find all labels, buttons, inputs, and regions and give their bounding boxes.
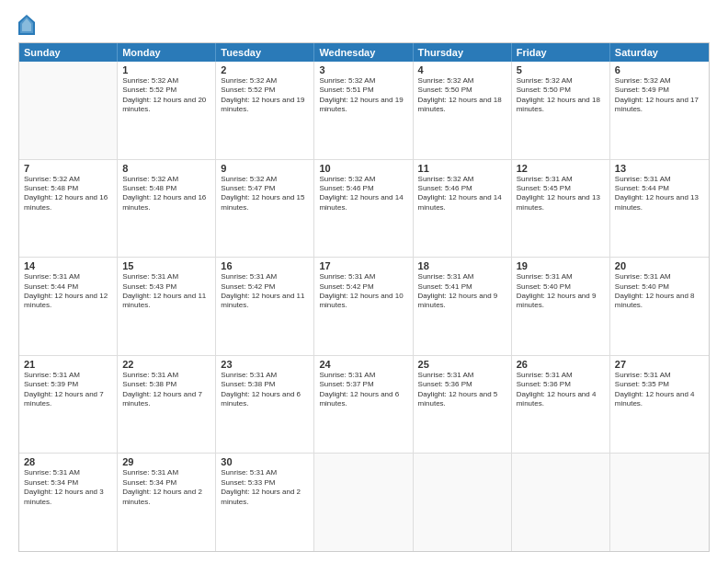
- day-cell-17: 17Sunrise: 5:31 AM Sunset: 5:42 PM Dayli…: [314, 258, 413, 355]
- day-number: 27: [615, 359, 704, 370]
- cell-info: Sunrise: 5:32 AM Sunset: 5:46 PM Dayligh…: [319, 175, 407, 213]
- day-number: 15: [122, 260, 210, 271]
- cell-info: Sunrise: 5:32 AM Sunset: 5:52 PM Dayligh…: [221, 76, 309, 115]
- day-number: 28: [24, 456, 112, 467]
- weekday-header-sunday: Sunday: [19, 43, 118, 62]
- cell-info: Sunrise: 5:31 AM Sunset: 5:39 PM Dayligh…: [24, 371, 112, 409]
- day-cell-22: 22Sunrise: 5:31 AM Sunset: 5:38 PM Dayli…: [118, 356, 216, 454]
- day-cell-14: 14Sunrise: 5:31 AM Sunset: 5:44 PM Dayli…: [19, 258, 118, 355]
- day-number: 20: [615, 260, 704, 271]
- day-number: 11: [418, 163, 506, 174]
- day-number: 25: [418, 359, 506, 370]
- cell-info: Sunrise: 5:31 AM Sunset: 5:42 PM Dayligh…: [319, 272, 407, 311]
- day-number: 23: [221, 359, 309, 370]
- logo-icon: [18, 15, 35, 35]
- day-number: 30: [221, 456, 309, 467]
- calendar-row-4: 21Sunrise: 5:31 AM Sunset: 5:39 PM Dayli…: [19, 356, 709, 454]
- cell-info: Sunrise: 5:32 AM Sunset: 5:48 PM Dayligh…: [24, 175, 112, 213]
- day-number: 12: [517, 163, 605, 174]
- day-cell-11: 11Sunrise: 5:32 AM Sunset: 5:46 PM Dayli…: [414, 160, 512, 258]
- day-number: 4: [418, 64, 506, 75]
- cell-info: Sunrise: 5:31 AM Sunset: 5:37 PM Dayligh…: [319, 371, 407, 409]
- cell-info: Sunrise: 5:31 AM Sunset: 5:45 PM Dayligh…: [517, 175, 605, 213]
- day-cell-8: 8Sunrise: 5:32 AM Sunset: 5:48 PM Daylig…: [118, 160, 216, 258]
- cell-info: Sunrise: 5:31 AM Sunset: 5:34 PM Dayligh…: [24, 468, 112, 507]
- day-cell-18: 18Sunrise: 5:31 AM Sunset: 5:41 PM Dayli…: [414, 258, 512, 355]
- cell-info: Sunrise: 5:32 AM Sunset: 5:50 PM Dayligh…: [517, 76, 605, 115]
- empty-cell: [314, 454, 413, 551]
- cell-info: Sunrise: 5:31 AM Sunset: 5:44 PM Dayligh…: [615, 175, 704, 213]
- cell-info: Sunrise: 5:32 AM Sunset: 5:52 PM Dayligh…: [122, 76, 210, 115]
- day-number: 3: [319, 64, 407, 75]
- day-cell-3: 3Sunrise: 5:32 AM Sunset: 5:51 PM Daylig…: [314, 62, 413, 159]
- day-number: 6: [615, 64, 704, 75]
- day-cell-28: 28Sunrise: 5:31 AM Sunset: 5:34 PM Dayli…: [19, 454, 118, 551]
- day-cell-15: 15Sunrise: 5:31 AM Sunset: 5:43 PM Dayli…: [118, 258, 216, 355]
- weekday-header-monday: Monday: [118, 43, 216, 62]
- cell-info: Sunrise: 5:31 AM Sunset: 5:34 PM Dayligh…: [122, 468, 210, 507]
- day-number: 9: [221, 163, 309, 174]
- day-cell-21: 21Sunrise: 5:31 AM Sunset: 5:39 PM Dayli…: [19, 356, 118, 454]
- day-number: 26: [517, 359, 605, 370]
- day-cell-26: 26Sunrise: 5:31 AM Sunset: 5:36 PM Dayli…: [512, 356, 610, 454]
- day-cell-13: 13Sunrise: 5:31 AM Sunset: 5:44 PM Dayli…: [610, 160, 709, 258]
- cell-info: Sunrise: 5:31 AM Sunset: 5:42 PM Dayligh…: [221, 272, 309, 311]
- weekday-header-wednesday: Wednesday: [314, 43, 413, 62]
- calendar-row-5: 28Sunrise: 5:31 AM Sunset: 5:34 PM Dayli…: [19, 454, 709, 551]
- day-cell-23: 23Sunrise: 5:31 AM Sunset: 5:38 PM Dayli…: [216, 356, 314, 454]
- calendar-row-2: 7Sunrise: 5:32 AM Sunset: 5:48 PM Daylig…: [19, 160, 709, 259]
- day-cell-6: 6Sunrise: 5:32 AM Sunset: 5:49 PM Daylig…: [610, 62, 709, 159]
- cell-info: Sunrise: 5:31 AM Sunset: 5:36 PM Dayligh…: [418, 371, 506, 409]
- cell-info: Sunrise: 5:31 AM Sunset: 5:41 PM Dayligh…: [418, 272, 506, 311]
- weekday-header-thursday: Thursday: [414, 43, 512, 62]
- day-number: 1: [122, 64, 210, 75]
- day-cell-1: 1Sunrise: 5:32 AM Sunset: 5:52 PM Daylig…: [118, 62, 216, 159]
- day-cell-16: 16Sunrise: 5:31 AM Sunset: 5:42 PM Dayli…: [216, 258, 314, 355]
- day-cell-7: 7Sunrise: 5:32 AM Sunset: 5:48 PM Daylig…: [19, 160, 118, 258]
- cell-info: Sunrise: 5:32 AM Sunset: 5:47 PM Dayligh…: [221, 175, 309, 213]
- empty-cell: [414, 454, 512, 551]
- empty-cell: [610, 454, 709, 551]
- day-number: 7: [24, 163, 112, 174]
- cell-info: Sunrise: 5:32 AM Sunset: 5:51 PM Dayligh…: [319, 76, 407, 115]
- day-number: 21: [24, 359, 112, 370]
- day-cell-9: 9Sunrise: 5:32 AM Sunset: 5:47 PM Daylig…: [216, 160, 314, 258]
- empty-cell: [512, 454, 610, 551]
- day-cell-25: 25Sunrise: 5:31 AM Sunset: 5:36 PM Dayli…: [414, 356, 512, 454]
- day-number: 2: [221, 64, 309, 75]
- day-cell-12: 12Sunrise: 5:31 AM Sunset: 5:45 PM Dayli…: [512, 160, 610, 258]
- day-number: 16: [221, 260, 309, 271]
- calendar-header: SundayMondayTuesdayWednesdayThursdayFrid…: [19, 43, 709, 62]
- cell-info: Sunrise: 5:32 AM Sunset: 5:49 PM Dayligh…: [615, 76, 704, 115]
- empty-cell: [19, 62, 118, 159]
- cell-info: Sunrise: 5:31 AM Sunset: 5:38 PM Dayligh…: [221, 371, 309, 409]
- cell-info: Sunrise: 5:32 AM Sunset: 5:46 PM Dayligh…: [418, 175, 506, 213]
- cell-info: Sunrise: 5:31 AM Sunset: 5:36 PM Dayligh…: [517, 371, 605, 409]
- day-cell-29: 29Sunrise: 5:31 AM Sunset: 5:34 PM Dayli…: [118, 454, 216, 551]
- logo: [18, 15, 37, 35]
- day-cell-30: 30Sunrise: 5:31 AM Sunset: 5:33 PM Dayli…: [216, 454, 314, 551]
- cell-info: Sunrise: 5:31 AM Sunset: 5:35 PM Dayligh…: [615, 371, 704, 409]
- cell-info: Sunrise: 5:32 AM Sunset: 5:48 PM Dayligh…: [122, 175, 210, 213]
- calendar-row-1: 1Sunrise: 5:32 AM Sunset: 5:52 PM Daylig…: [19, 62, 709, 160]
- cell-info: Sunrise: 5:31 AM Sunset: 5:40 PM Dayligh…: [517, 272, 605, 311]
- day-cell-4: 4Sunrise: 5:32 AM Sunset: 5:50 PM Daylig…: [414, 62, 512, 159]
- day-cell-19: 19Sunrise: 5:31 AM Sunset: 5:40 PM Dayli…: [512, 258, 610, 355]
- day-number: 18: [418, 260, 506, 271]
- day-cell-20: 20Sunrise: 5:31 AM Sunset: 5:40 PM Dayli…: [610, 258, 709, 355]
- day-number: 5: [517, 64, 605, 75]
- calendar-body: 1Sunrise: 5:32 AM Sunset: 5:52 PM Daylig…: [19, 62, 709, 551]
- day-number: 13: [615, 163, 704, 174]
- day-cell-24: 24Sunrise: 5:31 AM Sunset: 5:37 PM Dayli…: [314, 356, 413, 454]
- day-cell-5: 5Sunrise: 5:32 AM Sunset: 5:50 PM Daylig…: [512, 62, 610, 159]
- weekday-header-saturday: Saturday: [610, 43, 709, 62]
- day-number: 8: [122, 163, 210, 174]
- day-number: 24: [319, 359, 407, 370]
- header: [18, 15, 710, 35]
- cell-info: Sunrise: 5:32 AM Sunset: 5:50 PM Dayligh…: [418, 76, 506, 115]
- calendar-row-3: 14Sunrise: 5:31 AM Sunset: 5:44 PM Dayli…: [19, 258, 709, 356]
- day-number: 29: [122, 456, 210, 467]
- day-number: 19: [517, 260, 605, 271]
- day-number: 22: [122, 359, 210, 370]
- cell-info: Sunrise: 5:31 AM Sunset: 5:43 PM Dayligh…: [122, 272, 210, 311]
